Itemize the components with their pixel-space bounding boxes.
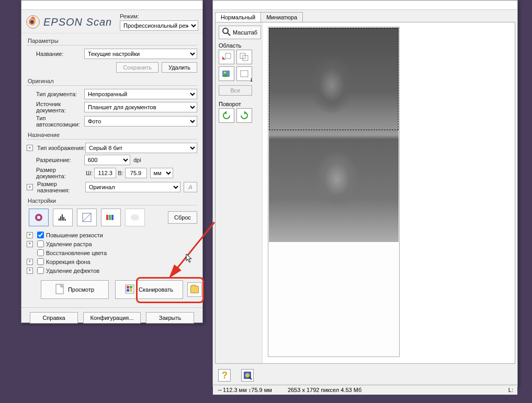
svg-rect-4: [59, 218, 60, 221]
settings-name-select[interactable]: Текущие настройки: [84, 49, 197, 59]
mode-select[interactable]: Профессиональный режим: [120, 20, 198, 31]
doc-size-label: Размер документа:: [27, 167, 84, 179]
mouse-cursor-icon: [186, 254, 193, 264]
resolution-unit: dpi: [133, 157, 141, 163]
svg-rect-16: [127, 286, 129, 289]
resolution-label: Разрешение:: [27, 157, 84, 163]
descreen-label: Удаление растра: [46, 241, 92, 247]
marquee-count: 1: [250, 77, 253, 83]
svg-point-13: [131, 214, 139, 221]
backlight-label: Коррекция фона: [46, 259, 90, 265]
rotate-left-icon[interactable]: [219, 108, 234, 123]
name-label: Название:: [27, 51, 84, 57]
expand-sharpen[interactable]: +: [27, 232, 33, 238]
select-all-button[interactable]: Все: [219, 85, 252, 96]
params-heading: Параметры: [27, 38, 197, 44]
auto-exposure-label: Тип автоэкспозиции:: [27, 115, 84, 128]
tab-thumbnail[interactable]: Миниатюра: [261, 12, 303, 22]
histogram-icon[interactable]: [53, 209, 73, 226]
auto-adjust-icon[interactable]: [29, 209, 49, 226]
sharpen-checkbox[interactable]: [37, 232, 44, 238]
destination-heading: Назначение: [27, 132, 197, 138]
tab-normal[interactable]: Нормальный: [215, 12, 261, 22]
expand-dust[interactable]: +: [27, 268, 33, 274]
expand-backlight[interactable]: +: [27, 259, 33, 265]
preview-button[interactable]: Просмотр: [41, 280, 109, 299]
svg-rect-5: [60, 216, 61, 221]
doc-source-select[interactable]: Планшет для документов: [84, 102, 197, 112]
dust-checkbox[interactable]: [37, 267, 44, 274]
mode-label: Режим:: [120, 13, 198, 19]
status-pixels: 2653 x 1792 пиксел 4.53 Мб: [288, 387, 361, 393]
tone-curve-icon[interactable]: [77, 209, 97, 226]
svg-rect-12: [111, 215, 114, 220]
help-button[interactable]: Справка: [30, 312, 78, 324]
color-adjust-icon[interactable]: [101, 209, 121, 226]
zoom-button[interactable]: Масштаб: [219, 26, 261, 39]
selection-marquee[interactable]: [269, 28, 399, 130]
height-input[interactable]: [125, 168, 147, 178]
width-label: Ш:: [86, 170, 93, 176]
target-size-label: Размер назначения:: [35, 181, 85, 193]
sharpen-label: Повышение резкости: [46, 232, 103, 238]
resolution-select[interactable]: 600: [84, 155, 130, 165]
width-input[interactable]: [94, 168, 116, 178]
delete-settings-button[interactable]: Удалить: [162, 62, 197, 73]
preview-titlebar[interactable]: [213, 1, 517, 10]
marquee-count-icon[interactable]: 1: [236, 66, 252, 81]
svg-text:?: ?: [222, 370, 228, 381]
epson-logo-icon: [26, 15, 40, 29]
target-size-select[interactable]: Оригинал: [85, 182, 180, 192]
save-settings-button[interactable]: Сохранить: [116, 62, 159, 73]
densitometer-icon[interactable]: [241, 369, 254, 382]
dust-label: Удаление дефектов: [46, 268, 99, 274]
doc-source-label: Источник документа:: [27, 101, 84, 113]
svg-point-26: [224, 72, 226, 74]
auto-locate-icon[interactable]: [219, 66, 234, 81]
svg-point-30: [245, 373, 250, 377]
svg-rect-18: [127, 289, 129, 292]
svg-point-1: [30, 20, 34, 24]
expand-descreen[interactable]: +: [27, 241, 33, 247]
page-icon: [55, 284, 64, 295]
svg-point-3: [37, 216, 40, 219]
expand-image-type[interactable]: +: [27, 145, 33, 151]
status-level: L:: [508, 387, 513, 393]
scanned-page: [268, 27, 400, 357]
orientation-button[interactable]: A: [184, 182, 197, 192]
help-icon[interactable]: ?: [218, 369, 231, 382]
configuration-button[interactable]: Конфигурация...: [83, 312, 141, 324]
image-type-select[interactable]: Серый 8 бит: [85, 143, 197, 153]
doc-type-select[interactable]: Непрозрачный: [84, 89, 197, 99]
height-label: В:: [118, 170, 123, 176]
svg-rect-10: [106, 215, 108, 220]
reset-button[interactable]: Сброс: [168, 211, 197, 224]
preview-window: Нормальный Миниатюра Масштаб Область 1 В…: [212, 0, 518, 387]
preview-canvas[interactable]: [263, 22, 515, 363]
delete-marquee-icon[interactable]: [219, 50, 234, 64]
svg-rect-17: [130, 286, 132, 289]
adjustments-heading: Настройки: [27, 198, 197, 204]
expand-target-size[interactable]: +: [27, 184, 33, 190]
doc-type-label: Тип документа:: [27, 91, 84, 97]
backlight-checkbox[interactable]: [37, 258, 44, 265]
svg-rect-22: [225, 53, 231, 59]
descreen-checkbox[interactable]: [37, 240, 44, 247]
color-restore-checkbox[interactable]: [37, 249, 44, 256]
svg-rect-7: [63, 217, 64, 221]
epson-scan-window: EPSON Scan Режим: Профессиональный режим…: [21, 0, 203, 323]
area-heading: Область: [219, 42, 259, 49]
color-palette-icon[interactable]: [125, 209, 145, 226]
rotate-right-icon[interactable]: [236, 108, 252, 123]
titlebar[interactable]: [21, 1, 202, 10]
auto-exposure-select[interactable]: Фото: [84, 116, 197, 126]
svg-rect-8: [65, 219, 66, 221]
scan-icon: [125, 284, 134, 295]
unit-select[interactable]: мм: [150, 168, 173, 178]
copy-marquee-icon[interactable]: [236, 50, 252, 64]
svg-line-21: [228, 33, 230, 36]
magnifier-icon: [222, 28, 231, 37]
close-button[interactable]: Закрыть: [146, 312, 194, 324]
brand-title: EPSON Scan: [43, 16, 112, 28]
preview-button-label: Просмотр: [68, 286, 94, 293]
